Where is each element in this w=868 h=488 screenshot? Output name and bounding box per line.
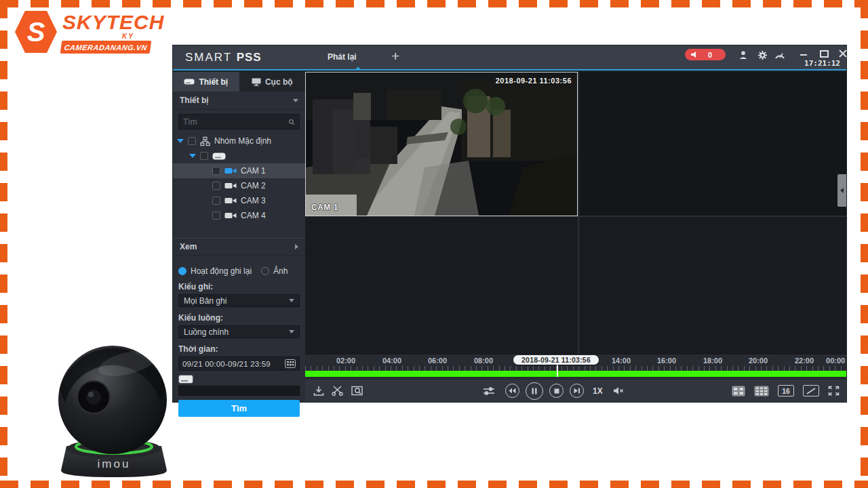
dvr-icon — [212, 152, 226, 160]
alarm-speaker-icon — [690, 51, 698, 58]
sidebar: Thiết bị Cục bộ Thiết bị — [173, 72, 305, 402]
search-icon[interactable] — [288, 117, 295, 127]
time-range-field[interactable]: 09/21 00:00-09/21 23:59 — [178, 357, 300, 371]
smartpss-window: SMART PSS Phát lại + 0 — [173, 45, 846, 402]
timeline[interactable]: 02:00 04:00 06:00 08:00 14:00 16:00 18:0… — [305, 354, 846, 380]
timeline-playhead[interactable] — [557, 364, 558, 377]
radio-record[interactable] — [178, 267, 186, 275]
fullscreen-icon[interactable] — [828, 386, 840, 396]
close-button[interactable] — [836, 48, 850, 59]
video-cell-empty-tr[interactable] — [579, 72, 846, 216]
cam4-label: CAM 4 — [241, 211, 266, 220]
playback-speed[interactable]: 1X — [593, 386, 603, 396]
minimize-button[interactable] — [797, 48, 810, 59]
record-source-radios: Hoạt động ghi lại Ảnh — [173, 266, 305, 276]
time-range-value: 09/21 00:00-09/21 23:59 — [182, 360, 271, 368]
settings-gear-icon[interactable] — [756, 49, 768, 61]
expand-caret-icon[interactable] — [177, 139, 184, 143]
video-osd-timestamp: 2018-09-21 11:03:56 — [496, 77, 572, 85]
filter-input-empty[interactable] — [178, 386, 300, 396]
stream-type-dropdown[interactable]: Luồng chính — [178, 325, 300, 338]
alarm-badge[interactable]: 0 — [685, 49, 726, 60]
maximize-button[interactable] — [817, 48, 831, 59]
next-frame-button[interactable] — [570, 384, 584, 398]
tree-cam3-row[interactable]: CAM 3 — [173, 193, 305, 208]
radio-record-label: Hoạt động ghi lại — [191, 266, 252, 276]
tab-devices-label: Thiết bị — [199, 77, 228, 87]
tree-device-row[interactable] — [173, 148, 305, 163]
alarm-count: 0 — [708, 51, 712, 59]
tree-cam4-row[interactable]: CAM 4 — [173, 208, 305, 223]
device-group-selector[interactable]: Thiết bị — [173, 92, 305, 110]
pause-button[interactable] — [526, 382, 543, 400]
chevron-down-icon — [289, 299, 294, 302]
tab-local[interactable]: Cục bộ — [239, 72, 306, 92]
video-cell-empty-bl[interactable] — [305, 217, 578, 354]
stop-button[interactable] — [549, 384, 564, 398]
camera-live-icon — [224, 167, 237, 174]
app-title: SMART PSS — [185, 51, 262, 64]
time-range-label: Thời gian: — [173, 344, 305, 354]
panel-collapse-handle[interactable] — [837, 174, 846, 207]
playback-settings-icon[interactable] — [483, 386, 495, 396]
timeline-position-marker[interactable]: 2018-09-21 11:03:56 — [513, 355, 599, 365]
app-title-smart: SMART — [185, 51, 232, 64]
checkbox-cam2[interactable] — [212, 182, 220, 190]
calendar-icon[interactable] — [285, 359, 296, 368]
monitor-icon — [252, 78, 261, 86]
grid-16-view-button[interactable]: 16 — [778, 385, 794, 396]
playback-toolbar: 1X 16 — [305, 380, 846, 402]
dashboard-gauge-icon[interactable] — [774, 49, 786, 61]
stream-type-value: Luồng chính — [184, 327, 229, 337]
tree-root-label: Nhóm Mặc định — [214, 136, 271, 146]
zoom-region-icon[interactable] — [351, 386, 363, 396]
tree-root-row[interactable]: Nhóm Mặc định — [173, 134, 305, 148]
search-input[interactable] — [183, 117, 288, 127]
camera-icon — [224, 197, 237, 204]
checkbox-root[interactable] — [188, 137, 196, 145]
clip-scissors-icon[interactable] — [332, 386, 344, 396]
timeline-recording-bar[interactable] — [305, 371, 846, 377]
checkbox-cam1[interactable] — [212, 167, 220, 175]
grid-9-view-icon[interactable] — [754, 386, 769, 396]
checkbox-device[interactable] — [200, 152, 208, 160]
logo-banner: CAMERADANANG.VN — [60, 41, 152, 54]
checkbox-cam3[interactable] — [212, 197, 220, 205]
video-cell-cam1[interactable]: 2018-09-21 11:03:56 CAM 1 — [305, 72, 578, 216]
cam1-label: CAM 1 — [241, 166, 266, 176]
logo-ky: KY — [122, 33, 134, 40]
rewind-button[interactable] — [505, 384, 519, 398]
chevron-left-icon — [840, 188, 844, 193]
promo-canvas: S SKYTECH KY CAMERADANANG.VN — [0, 0, 868, 488]
checkbox-cam4[interactable] — [212, 211, 220, 220]
user-icon[interactable] — [737, 49, 749, 61]
tab-devices[interactable]: Thiết bị — [173, 72, 239, 92]
grid-4-view-icon[interactable] — [732, 386, 745, 396]
timeline-ticks — [305, 366, 846, 371]
frame-dash-left — [0, 0, 7, 488]
chevron-right-icon — [295, 244, 298, 249]
search-records-button[interactable]: Tìm — [178, 400, 300, 417]
device-group-label: Thiết bị — [180, 96, 209, 105]
view-section[interactable]: Xem — [173, 238, 305, 256]
tree-cam1-row[interactable]: CAM 1 — [173, 163, 305, 178]
record-type-dropdown[interactable]: Mọi Bản ghi — [178, 294, 300, 307]
timeline-label: 14:00 — [612, 357, 631, 365]
expand-caret-icon[interactable] — [189, 154, 196, 158]
camera-icon — [224, 212, 237, 219]
video-grid: 2018-09-21 11:03:56 CAM 1 — [305, 72, 846, 354]
device-tree: Nhóm Mặc định CAM 1 CAM 2 — [173, 134, 305, 223]
custom-split-button[interactable] — [803, 385, 819, 396]
download-icon[interactable] — [313, 386, 324, 396]
video-cell-empty-br[interactable] — [579, 217, 846, 354]
timeline-label: 04:00 — [382, 357, 401, 365]
volume-muted-icon[interactable] — [613, 386, 624, 395]
tree-cam2-row[interactable]: CAM 2 — [173, 178, 305, 193]
radio-picture[interactable] — [261, 267, 269, 275]
tab-local-label: Cục bộ — [265, 77, 293, 87]
device-mini-icon[interactable] — [178, 375, 193, 384]
logo-hexagon-icon: S — [14, 8, 58, 56]
add-tab-button[interactable]: + — [391, 48, 399, 64]
titlebar: SMART PSS Phát lại + 0 — [173, 45, 846, 70]
tab-playback[interactable]: Phát lại — [328, 52, 357, 62]
